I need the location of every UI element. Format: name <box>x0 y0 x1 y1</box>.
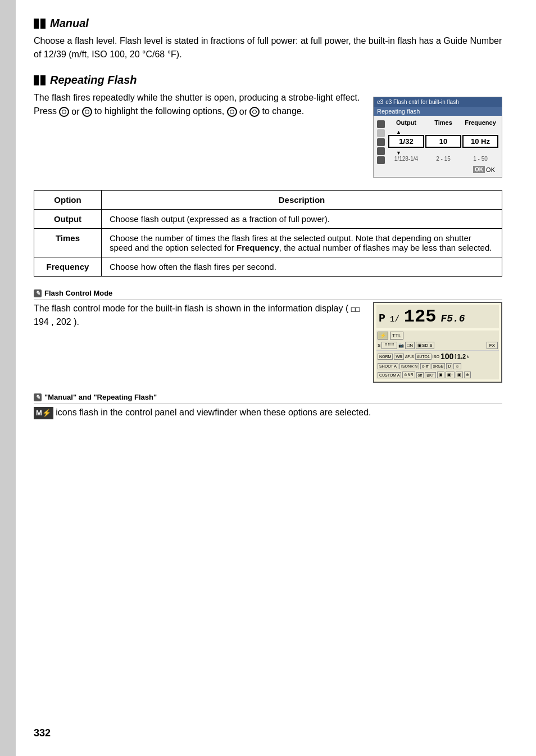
camera-menu-subheader: Repeating flash <box>374 107 502 116</box>
disp-camera-icon: 📷 <box>398 343 404 348</box>
menu-header-e3: e3 <box>377 99 383 105</box>
manual-repeating-note: ✎ "Manual" and "Repeating Flash" M⚡ icon… <box>34 393 502 419</box>
page-number: 332 <box>34 727 51 739</box>
camera-menu-columns: Output Times Frequency <box>388 118 498 127</box>
display-aperture: F5.6 <box>440 313 465 324</box>
manual-repeating-body: M⚡ icons flash in the control panel and … <box>34 406 502 419</box>
up-circle-icon <box>227 107 237 117</box>
book-icon-1: □□ <box>351 305 360 313</box>
col-range-frequency: 1 - 50 <box>462 156 498 162</box>
camera-menu-ranges: 1/128-1/4 2 - 15 1 - 50 <box>388 156 498 162</box>
repeating-flash-body: The flash fires repeatedly while the shu… <box>34 91 362 119</box>
display-shutter: 125 <box>404 306 437 327</box>
flash-indicator: ⚡ <box>378 332 388 339</box>
ok-box-icon: OK <box>473 166 485 173</box>
nav-icons-1: or <box>59 105 92 119</box>
disp-off: off <box>416 372 424 378</box>
disp-sq3: ▣ <box>456 372 463 378</box>
flash-blink-icon: M⚡ <box>34 407 53 419</box>
table-row: Output Choose flash output (expressed as… <box>34 210 502 229</box>
disp-norm: NORM <box>378 354 393 360</box>
repeating-flash-section: Repeating Flash The flash fires repeated… <box>34 74 502 178</box>
disp-wb: WB <box>394 354 403 360</box>
menu-icon-3 <box>377 138 385 146</box>
down-circle-icon <box>249 107 260 117</box>
right-circle-icon <box>82 107 92 117</box>
repeating-flash-title-text: Repeating Flash <box>50 74 137 87</box>
disp-d: D <box>446 363 452 369</box>
repeating-flash-icon <box>34 75 46 85</box>
col-header-output: Output <box>388 118 424 127</box>
ok-label: OK <box>486 166 495 173</box>
option-frequency: Frequency <box>34 257 102 277</box>
note-icon-pencil: ✎ <box>34 289 42 297</box>
nav-icons-2: or <box>227 105 260 119</box>
manual-repeating-title-text: "Manual" and "Repeating Flash" <box>44 393 157 401</box>
disp-custom: CUSTOM A <box>378 372 401 378</box>
repeating-flash-text: The flash fires repeatedly while the shu… <box>34 91 362 122</box>
disp-bkt: BKT <box>425 372 436 378</box>
disp-circle: ⊕ <box>464 372 471 378</box>
disp-srgb: sRGB <box>431 363 446 369</box>
table-row: Times Choose the number of times the fla… <box>34 229 502 257</box>
menu-icon-2 <box>377 129 385 137</box>
option-times: Times <box>34 229 102 257</box>
display-row-4: SHOOT A ISONR N d-iff sRGB D ☺ <box>376 362 499 370</box>
table-body: Output Choose flash output (expressed as… <box>34 210 502 277</box>
left-nav-stripe <box>0 0 16 756</box>
disp-on: □N <box>405 342 415 349</box>
camera-menu-ok: OK OK <box>377 164 498 175</box>
display-fraction: 1/ <box>390 315 399 324</box>
desc-output: Choose flash output (expressed as a frac… <box>102 210 502 229</box>
repeating-flash-content: The flash fires repeatedly while the shu… <box>34 91 502 178</box>
disp-bracket: [ <box>455 354 456 359</box>
camera-menu-body: Output Times Frequency ▲ 1/32 10 10 Hz ▼ <box>374 116 502 177</box>
menu-header-text: e3 Flash cntrl for built-in flash <box>385 99 459 105</box>
repeating-flash-title: Repeating Flash <box>34 74 502 87</box>
manual-body: Choose a flash level. Flash level is sta… <box>34 34 502 61</box>
ok-button: OK OK <box>473 166 495 173</box>
desc-frequency: Choose how often the flash fires per sec… <box>102 257 502 277</box>
col-header-frequency: Frequency <box>462 118 498 127</box>
manual-section: Manual Choose a flash level. Flash level… <box>34 17 502 61</box>
disp-fx: FX <box>487 342 498 349</box>
camera-menu-header: e3 e3 Flash cntrl for built-in flash <box>374 97 502 107</box>
left-circle-icon <box>59 107 69 117</box>
note-icon-pencil-2: ✎ <box>34 393 42 401</box>
table-row: Frequency Choose how often the flash fir… <box>34 257 502 277</box>
manual-title: Manual <box>34 17 502 30</box>
disp-onr: ⊙NR <box>402 372 415 378</box>
disp-afs: AF-S <box>405 355 414 359</box>
disp-shoot: SHOOT A <box>378 363 398 369</box>
arrow-up: ▲ <box>388 129 498 135</box>
display-mode: P <box>379 312 385 325</box>
to-change-text: to change. <box>262 106 304 116</box>
camera-info-display: P 1/125 F5.6 ⚡ TTL S ⠿⠿⠿ 📷 □N ▣SD S FX N… <box>373 302 502 383</box>
disp-s: S <box>378 343 380 348</box>
disp-k: k <box>467 355 469 359</box>
camera-menu-display: e3 e3 Flash cntrl for built-in flash Rep… <box>373 97 502 178</box>
desc-times: Choose the number of times the flash fir… <box>102 229 502 257</box>
col-value-times: 10 <box>425 135 461 148</box>
flash-control-note: ✎ Flash Control Mode The flash control m… <box>34 289 502 383</box>
th-option: Option <box>34 191 102 210</box>
disp-grid: ⠿⠿⠿ <box>381 342 397 349</box>
flash-control-title-text: Flash Control Mode <box>44 289 112 297</box>
options-table: Option Description Output Choose flash o… <box>34 190 502 277</box>
menu-icon-1 <box>377 120 385 128</box>
col-range-times: 2 - 15 <box>425 156 461 162</box>
camera-menu-icons <box>377 118 386 164</box>
display-row-1: ⚡ TTL <box>376 331 499 341</box>
disp-sq1: ▣ <box>437 372 444 378</box>
col-value-output: 1/32 <box>388 135 424 148</box>
manual-repeating-note-title: ✎ "Manual" and "Repeating Flash" <box>34 393 502 404</box>
manual-title-text: Manual <box>50 17 89 30</box>
table-header: Option Description <box>34 191 502 210</box>
camera-menu-inner: Output Times Frequency ▲ 1/32 10 10 Hz ▼ <box>377 118 498 164</box>
disp-isonr: ISONR N <box>399 363 419 369</box>
flash-control-note-title: ✎ Flash Control Mode <box>34 289 502 300</box>
flash-control-body: The flash control mode for the built-in … <box>34 302 362 329</box>
display-row-2: S ⠿⠿⠿ 📷 □N ▣SD S FX <box>376 341 499 351</box>
disp-iso-value: 100 <box>440 352 453 361</box>
display-row-3: NORM WB AF-S AUTO1 ISO 100 [ 1.2k <box>376 351 499 362</box>
